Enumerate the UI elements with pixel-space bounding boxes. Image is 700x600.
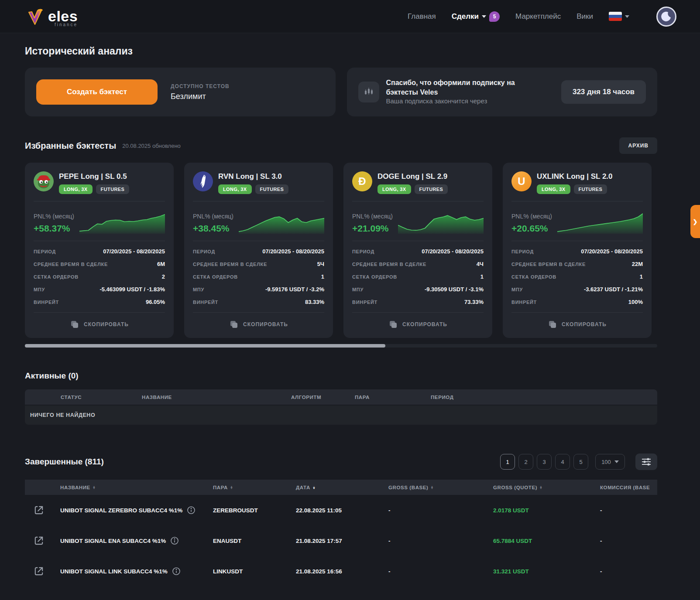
copy-button[interactable]: СКОПИРОВАТЬ: [193, 315, 324, 332]
expand-side-panel-button[interactable]: ❯: [690, 205, 700, 238]
column-pair[interactable]: ПАРА▲▼: [213, 485, 296, 490]
archive-button[interactable]: АРХИВ: [619, 137, 657, 154]
backtest-name[interactable]: UNIBOT SIGNAL ENA SUBACC4 %1%: [60, 536, 213, 545]
favorites-updated: 20.08.2025 обновлено: [122, 143, 181, 149]
tests-available-label: ДОСТУПНО ТЕСТОВ: [171, 83, 230, 89]
active-section-title: Активные (0): [25, 371, 657, 381]
deals-count-badge: 5: [489, 11, 500, 22]
commission-cell: -: [600, 507, 657, 514]
pnl-value: +58.37%: [34, 223, 74, 234]
pair-cell: LINKUSDT: [213, 568, 296, 575]
open-backtest-button[interactable]: [33, 504, 60, 516]
sort-icon: ▲▼: [93, 486, 96, 489]
nav-wiki[interactable]: Вики: [576, 12, 593, 21]
grid-value: 1: [640, 273, 643, 280]
completed-section-title: Завершенные (811): [25, 457, 104, 467]
copy-button[interactable]: СКОПИРОВАТЬ: [352, 315, 484, 332]
cards-scrollbar-thumb[interactable]: [25, 344, 385, 348]
winrate-label: ВИНРЕЙТ: [193, 300, 218, 305]
nav-deals[interactable]: Сделки 5: [452, 11, 500, 22]
avg-time-label: СРЕДНЕЕ ВРЕМЯ В СДЕЛКЕ: [511, 262, 586, 267]
copy-icon: [548, 320, 557, 329]
period-value: 07/20/2025 - 08/20/2025: [103, 248, 165, 255]
info-icon[interactable]: [187, 506, 196, 515]
winrate-value: 100%: [628, 299, 643, 305]
winrate-label: ВИНРЕЙТ: [34, 300, 59, 305]
column-commission[interactable]: КОМИССИЯ (BASE: [600, 485, 657, 490]
page-button-4[interactable]: 4: [555, 454, 570, 470]
nav-marketplace[interactable]: Маркетплейс: [515, 12, 561, 21]
sort-icon: ▲▼: [431, 486, 434, 489]
date-cell: 21.08.2025 16:56: [296, 568, 388, 575]
column-algorithm[interactable]: АЛГОРИТМ: [291, 395, 355, 400]
card-title: UXLINK Long | SL 2.0: [537, 172, 613, 181]
card-title: RVN Long | SL 3.0: [218, 172, 288, 181]
winrate-value: 83.33%: [305, 299, 324, 305]
page-button-3[interactable]: 3: [537, 454, 552, 470]
column-date[interactable]: ДАТА▲▼: [296, 485, 388, 490]
create-backtest-button[interactable]: Создать бэктест: [36, 79, 158, 105]
backtest-name-label: UNIBOT SIGNAL LINK SUBACC4 %1%: [60, 568, 168, 575]
mpu-label: МПУ: [193, 287, 204, 292]
page-button-2[interactable]: 2: [518, 454, 533, 470]
copy-label: СКОПИРОВАТЬ: [243, 321, 288, 327]
column-period[interactable]: ПЕРИОД: [431, 395, 657, 400]
column-name[interactable]: НАЗВАНИЕ▲▼: [60, 485, 213, 490]
info-icon[interactable]: [172, 567, 181, 576]
avg-time-label: СРЕДНЕЕ ВРЕМЯ В СДЕЛКЕ: [193, 262, 267, 267]
pair-cell: ZEREBROUSDT: [213, 507, 296, 514]
grid-label: СЕТКА ОРДЕРОВ: [34, 274, 79, 280]
open-backtest-button[interactable]: [33, 535, 60, 547]
long-leverage-badge: LONG, 3X: [59, 184, 93, 194]
period-label: ПЕРИОД: [34, 249, 56, 254]
copy-button[interactable]: СКОПИРОВАТЬ: [34, 315, 165, 332]
column-status[interactable]: СТАТУС: [61, 395, 142, 400]
column-gross-base[interactable]: GROSS (BASE)▲▼: [388, 485, 493, 490]
column-gross-quote[interactable]: GROSS (QUOTE)▲▼: [493, 485, 600, 490]
gross-quote-cell: 31.321 USDT: [493, 568, 600, 575]
grid-label: СЕТКА ОРДЕРОВ: [511, 274, 556, 280]
language-selector[interactable]: [609, 12, 629, 21]
commission-cell: -: [600, 538, 657, 544]
gross-base-cell: -: [388, 568, 493, 575]
create-backtest-panel: Создать бэктест ДОСТУПНО ТЕСТОВ Безлимит: [25, 68, 336, 116]
backtest-card-doge[interactable]: Đ DOGE Long | SL 2.9 LONG, 3X FUTURES PN…: [343, 163, 492, 338]
copy-button[interactable]: СКОПИРОВАТЬ: [511, 315, 643, 332]
pnl-label: PNL% (месяц): [193, 213, 233, 220]
sort-icon: ▲▼: [539, 486, 543, 489]
date-cell: 21.08.2025 17:57: [296, 538, 388, 544]
theme-toggle-button[interactable]: [656, 7, 676, 27]
backtest-name[interactable]: UNIBOT SIGNAL ZEREBRO SUBACC4 %1%: [60, 506, 213, 515]
open-backtest-button[interactable]: [33, 565, 60, 577]
subscription-remaining-badge[interactable]: 323 дня 18 часов: [561, 80, 646, 104]
page-size-value: 100: [601, 459, 611, 465]
backtest-card-pepe[interactable]: PEPE Long | SL 0.5 LONG, 3X FUTURES PNL%…: [25, 163, 174, 338]
subscription-subtitle: Ваша подписка закончится через: [386, 97, 530, 106]
page-button-1[interactable]: 1: [500, 454, 515, 470]
grid-label: СЕТКА ОРДЕРОВ: [352, 274, 397, 280]
column-pair[interactable]: ПАРА: [355, 395, 431, 400]
column-name[interactable]: НАЗВАНИЕ: [142, 395, 291, 400]
chevron-down-icon: [614, 460, 619, 463]
backtest-card-uxlink[interactable]: U UXLINK Long | SL 2.0 LONG, 3X FUTURES …: [503, 163, 652, 338]
candlestick-chart-icon: [358, 82, 379, 102]
uxlink-coin-icon: U: [511, 171, 532, 191]
nav-home[interactable]: Главная: [408, 12, 436, 21]
sort-icon: ▲▼: [312, 486, 316, 489]
page-size-select[interactable]: 100: [595, 454, 625, 470]
veles-logo-icon: [24, 6, 45, 27]
pnl-value: +21.09%: [352, 223, 393, 234]
mpu-value: -9.59176 USDT / -3.2%: [265, 286, 324, 293]
pnl-sparkline-chart: [239, 208, 324, 234]
info-icon[interactable]: [170, 536, 179, 545]
card-title: DOGE Long | SL 2.9: [377, 172, 448, 181]
futures-badge: FUTURES: [415, 184, 448, 194]
copy-label: СКОПИРОВАТЬ: [402, 321, 447, 327]
favorites-title: Избранные бэктесты: [25, 141, 116, 151]
filter-button[interactable]: [635, 453, 657, 470]
backtest-card-rvn[interactable]: RVN Long | SL 3.0 LONG, 3X FUTURES PNL% …: [184, 163, 333, 338]
table-row: UNIBOT SIGNAL LINK SUBACC4 %1% LINKUSDT …: [25, 556, 657, 586]
page-button-5[interactable]: 5: [573, 454, 588, 470]
veles-logo[interactable]: eles finance: [24, 6, 78, 27]
backtest-name[interactable]: UNIBOT SIGNAL LINK SUBACC4 %1%: [60, 567, 213, 576]
